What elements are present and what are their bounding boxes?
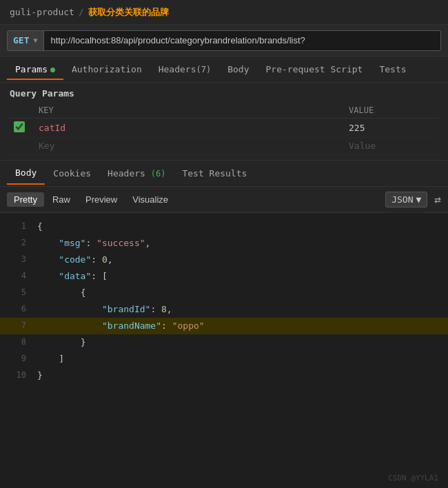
- params-table: KEY VALUE Key: [10, 103, 438, 154]
- table-row-empty: Key Value: [10, 138, 438, 154]
- response-tab-headers[interactable]: Headers (6): [99, 163, 174, 184]
- json-line-5: 5 {: [0, 285, 448, 301]
- format-type-select[interactable]: JSON ▼: [385, 192, 427, 207]
- response-tab-test-results[interactable]: Test Results: [174, 163, 255, 184]
- format-type-arrow: ▼: [416, 194, 422, 205]
- tab-headers[interactable]: Headers(7): [150, 59, 219, 80]
- query-params-section: Query Params KEY VALUE: [0, 83, 448, 161]
- wrap-icon[interactable]: ⇄: [434, 193, 441, 206]
- json-line-4: 4 "data": [: [0, 268, 448, 285]
- tab-tests[interactable]: Tests: [371, 59, 414, 80]
- json-viewer: 1 { 2 "msg": "success", 3 "code": 0, 4 "…: [0, 213, 448, 389]
- col-value-header: VALUE: [345, 103, 438, 119]
- url-input[interactable]: [44, 30, 441, 51]
- param-value-input[interactable]: [349, 123, 434, 133]
- format-preview[interactable]: Preview: [79, 192, 124, 207]
- format-bar: Pretty Raw Preview Visualize JSON ▼ ⇄: [0, 187, 448, 213]
- top-bar: guli-product / 获取分类关联的品牌: [0, 0, 448, 25]
- table-row: [10, 119, 438, 138]
- method-select[interactable]: GET ▼: [7, 30, 44, 51]
- format-visualize[interactable]: Visualize: [125, 192, 175, 207]
- request-bar: GET ▼: [0, 25, 448, 57]
- breadcrumb-separator: /: [79, 7, 84, 17]
- response-tab-body[interactable]: Body: [7, 162, 45, 185]
- json-line-8: 8 }: [0, 334, 448, 351]
- tab-params[interactable]: Params: [7, 59, 63, 80]
- json-line-3: 3 "code": 0,: [0, 252, 448, 268]
- method-dropdown-arrow: ▼: [33, 37, 37, 44]
- response-tab-cookies[interactable]: Cookies: [45, 163, 99, 184]
- param-checkbox[interactable]: [14, 121, 25, 132]
- params-dot: [50, 68, 55, 72]
- json-line-9: 9 ]: [0, 351, 448, 367]
- key-placeholder: Key: [39, 141, 54, 151]
- json-line-6: 6 "brandId": 8,: [0, 301, 448, 318]
- method-label: GET: [13, 35, 29, 45]
- response-tab-nav: Body Cookies Headers (6) Test Results: [0, 161, 448, 187]
- col-key-header: KEY: [34, 103, 345, 119]
- format-pretty[interactable]: Pretty: [7, 192, 44, 207]
- value-placeholder: Value: [349, 141, 376, 151]
- json-line-1: 1 {: [0, 218, 448, 235]
- json-line-10: 10 }: [0, 367, 448, 384]
- request-tab-nav: Params Authorization Headers(7) Body Pre…: [0, 57, 448, 83]
- watermark: CSDN @YYLA1: [388, 474, 438, 482]
- tab-authorization[interactable]: Authorization: [63, 59, 150, 80]
- tab-pre-request[interactable]: Pre-request Script: [258, 59, 371, 80]
- format-raw[interactable]: Raw: [45, 192, 77, 207]
- query-params-title: Query Params: [10, 88, 438, 99]
- json-line-2: 2 "msg": "success",: [0, 235, 448, 252]
- param-key-input[interactable]: [39, 123, 340, 133]
- tab-body[interactable]: Body: [219, 59, 257, 80]
- project-name: guli-product: [10, 7, 74, 17]
- col-check-header: [10, 103, 34, 119]
- json-line-7: 7 "brandName": "oppo": [0, 318, 448, 334]
- request-title: 获取分类关联的品牌: [88, 6, 169, 19]
